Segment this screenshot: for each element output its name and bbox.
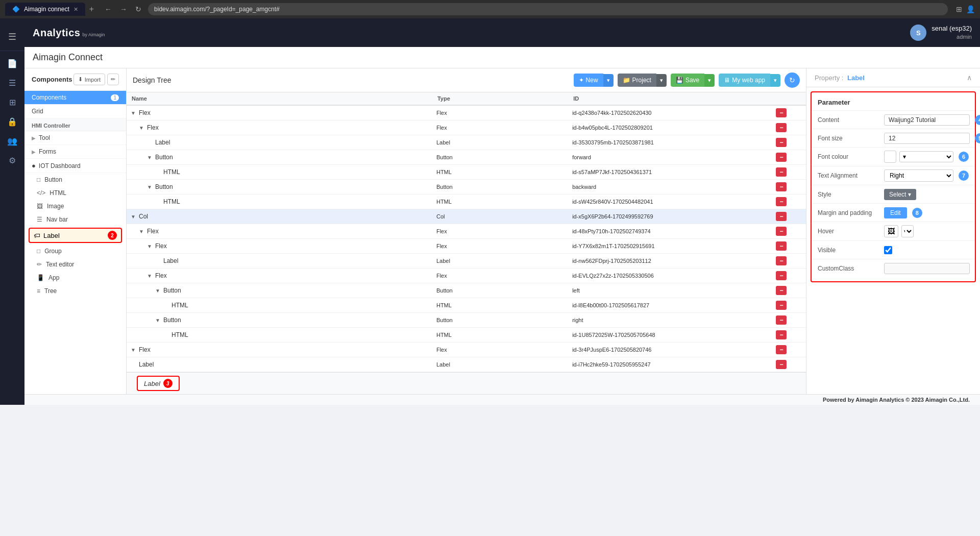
- parameter-section-title: Parameter: [812, 96, 975, 110]
- property-title-text: Property :: [815, 74, 843, 82]
- address-bar[interactable]: [148, 3, 948, 15]
- table-row[interactable]: ▼ Button Button backward −: [127, 180, 806, 194]
- sidebar-item-image[interactable]: 🖼 Image: [24, 200, 126, 213]
- table-row[interactable]: ▼ Flex Flex id-48xPty710h-1702502749374 …: [127, 224, 806, 239]
- table-row[interactable]: HTML HTML id-sW425r840V-1702504482041 −: [127, 194, 806, 209]
- style-select-btn[interactable]: Select ▾: [884, 189, 916, 200]
- table-row[interactable]: HTML HTML id-s57aMP7Jkf-1702504361371 −: [127, 165, 806, 180]
- sidebar-item-grid[interactable]: Grid: [24, 105, 126, 118]
- fontcolor-picker[interactable]: [884, 151, 896, 163]
- import-btn[interactable]: ⬇ Import: [74, 74, 105, 85]
- fontsize-input[interactable]: [884, 133, 970, 144]
- sidebar-item-text-editor[interactable]: ✏ Text editor: [24, 258, 126, 271]
- sidebar-item-group[interactable]: □ Group: [24, 245, 126, 258]
- table-row[interactable]: Label Label id-nw562FDprj-1702505203112 …: [127, 254, 806, 269]
- tree-delete-btn[interactable]: −: [776, 330, 787, 339]
- save-dropdown-btn[interactable]: ▾: [704, 74, 715, 87]
- tree-delete-btn[interactable]: −: [776, 197, 787, 206]
- edit-component-btn[interactable]: ✏: [107, 74, 119, 85]
- project-main-btn[interactable]: 📁 Project: [618, 74, 656, 87]
- sidebar-item-button[interactable]: □ Button: [24, 173, 126, 186]
- hover-icon-select[interactable]: 🖼: [884, 225, 898, 237]
- tab-title: Aimagin connect: [24, 6, 69, 13]
- sidebar-item-components[interactable]: Components 1: [24, 91, 126, 105]
- browser-forward-btn[interactable]: →: [117, 4, 130, 14]
- table-row[interactable]: HTML HTML id-1U8572025W-1702505705648 −: [127, 328, 806, 343]
- property-collapse-btn[interactable]: ∧: [967, 74, 972, 82]
- table-row[interactable]: ▼ Button Button right −: [127, 313, 806, 328]
- tree-delete-btn[interactable]: −: [776, 123, 787, 132]
- visible-label: Visible: [818, 247, 884, 254]
- tree-node-name: HTML: [172, 331, 188, 338]
- tree-delete-btn[interactable]: −: [776, 315, 787, 325]
- tree-delete-btn[interactable]: −: [776, 360, 787, 369]
- visible-checkbox[interactable]: [884, 246, 892, 254]
- tree-toggle-icon: ▼: [147, 243, 153, 249]
- tree-delete-btn[interactable]: −: [776, 153, 787, 162]
- sidebar-item-tool[interactable]: ▶ Tool: [24, 131, 126, 145]
- new-tab-btn[interactable]: +: [89, 5, 94, 14]
- sidebar-item-forms[interactable]: ▶ Forms: [24, 145, 126, 159]
- tree-delete-btn[interactable]: −: [776, 271, 787, 280]
- tree-delete-btn[interactable]: −: [776, 182, 787, 191]
- browser-tab-active[interactable]: 🔷 Aimagin connect ✕: [5, 3, 85, 16]
- sidebar-item-html[interactable]: </> HTML: [24, 186, 126, 200]
- tree-delete-btn[interactable]: −: [776, 241, 787, 251]
- sidebar-item-tree[interactable]: ≡ Tree: [24, 284, 126, 298]
- tree-cell-type: HTML: [432, 165, 568, 180]
- sidebar-item-label-highlighted[interactable]: 🏷 Label 2: [29, 228, 122, 243]
- sidebar-item-iot-dashboard[interactable]: ● IOT Dashboard: [24, 159, 126, 173]
- param-row-style: Style Select ▾: [812, 185, 975, 203]
- sidebar-item-navbar[interactable]: ☰ Nav bar: [24, 213, 126, 226]
- refresh-btn[interactable]: ↻: [785, 72, 800, 88]
- tree-cell-id: id-i7Hc2hke59-1702505955247: [568, 357, 772, 372]
- table-row[interactable]: Label Label id-i7Hc2hke59-1702505955247 …: [127, 357, 806, 372]
- sidebar-lock-btn[interactable]: 🔒: [3, 112, 21, 131]
- fontcolor-select[interactable]: ▾: [899, 151, 953, 162]
- sidebar-users-btn[interactable]: 👥: [3, 132, 21, 150]
- content-input[interactable]: [884, 114, 970, 126]
- browser-refresh-btn[interactable]: ↻: [133, 4, 144, 14]
- sidebar-file-btn[interactable]: 📄: [3, 54, 21, 72]
- table-row[interactable]: ▼ Flex Flex id-3r4PJuspE6-1702505820746 …: [127, 343, 806, 357]
- tree-delete-btn[interactable]: −: [776, 227, 787, 236]
- tree-delete-btn[interactable]: −: [776, 286, 787, 295]
- parameter-section: Parameter Content 4 Font size: [811, 91, 976, 282]
- tree-delete-btn[interactable]: −: [776, 108, 787, 117]
- hamburger-menu-btn[interactable]: ☰: [3, 28, 21, 46]
- table-row[interactable]: ▼ Flex Flex id-Y7X6x82m1T-1702502915691 …: [127, 239, 806, 254]
- tree-delete-btn[interactable]: −: [776, 345, 787, 354]
- table-row[interactable]: ▼ Flex Flex id-q2438o74kk-1702502620430 …: [127, 105, 806, 120]
- alignment-select[interactable]: Left Center Right: [884, 169, 953, 182]
- table-row[interactable]: HTML HTML id-l8E4b00t00-1702505617827 −: [127, 298, 806, 313]
- sidebar-item-app[interactable]: 📱 App: [24, 271, 126, 284]
- sidebar-grid-btn[interactable]: ⊞: [3, 93, 21, 111]
- tree-cell-name: ▼ Flex: [127, 120, 432, 135]
- tree-delete-btn[interactable]: −: [776, 138, 787, 147]
- table-row[interactable]: ▼ Button Button left −: [127, 283, 806, 298]
- webapp-dropdown-btn[interactable]: ▾: [770, 74, 780, 87]
- hover-dropdown[interactable]: ▾: [901, 225, 914, 237]
- table-row[interactable]: Label Label id-35303795mb-1702503871981 …: [127, 135, 806, 150]
- tab-close-btn[interactable]: ✕: [74, 6, 78, 13]
- table-row[interactable]: ▼ Button Button forward −: [127, 150, 806, 165]
- table-row[interactable]: ▼ Flex Flex id-b4w05pbc4L-1702502809201 …: [127, 120, 806, 135]
- webapp-main-btn[interactable]: 🖥 My web app: [719, 74, 770, 87]
- tree-delete-btn[interactable]: −: [776, 256, 787, 265]
- new-dropdown-btn[interactable]: ▾: [603, 74, 614, 87]
- project-dropdown-btn[interactable]: ▾: [656, 74, 667, 87]
- table-row[interactable]: ▼ Flex Flex id-EVLQz27x2z-1702505330506 …: [127, 269, 806, 283]
- margin-padding-edit-btn[interactable]: Edit: [884, 207, 907, 218]
- customclass-input[interactable]: [884, 263, 970, 274]
- new-main-btn[interactable]: ✦ New: [574, 74, 603, 87]
- tree-delete-btn[interactable]: −: [776, 301, 787, 310]
- table-row[interactable]: ▼ Col Col id-x5gX6P2b64-1702499592769 −: [127, 209, 806, 224]
- sidebar-list-btn[interactable]: ☰: [3, 74, 21, 92]
- save-main-btn[interactable]: 💾 Save: [671, 74, 704, 87]
- browser-back-btn[interactable]: ←: [102, 4, 114, 14]
- drag-label-item[interactable]: Label 3: [137, 376, 180, 391]
- sidebar-settings-btn[interactable]: ⚙: [3, 151, 21, 169]
- tree-delete-btn[interactable]: −: [776, 212, 787, 221]
- app-component-icon: 📱: [37, 274, 44, 281]
- tree-delete-btn[interactable]: −: [776, 167, 787, 177]
